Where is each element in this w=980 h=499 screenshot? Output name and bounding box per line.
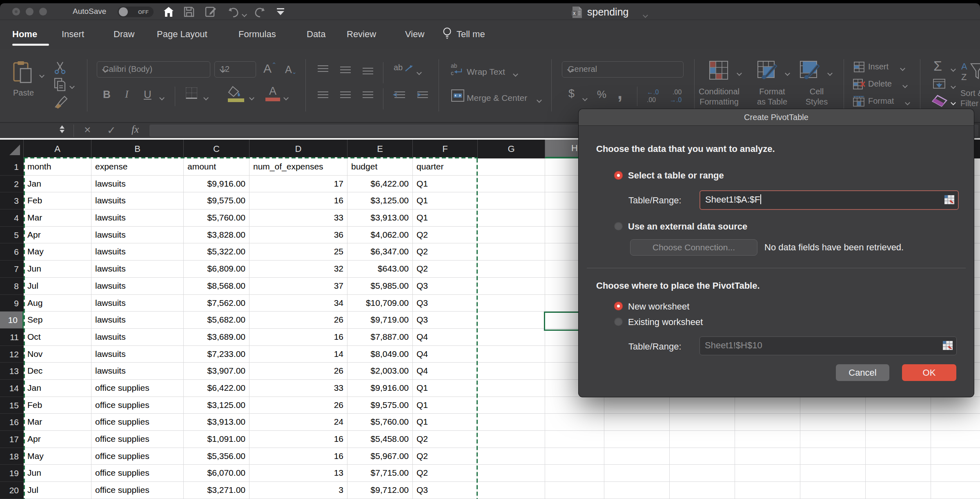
cell[interactable]: lawsuits [91,346,184,363]
cell[interactable]: $5,760.00 [184,209,249,227]
cell[interactable] [800,397,866,414]
insert-cells-icon[interactable] [853,61,865,73]
cell[interactable] [545,482,604,499]
cell[interactable]: Jan [24,380,91,397]
cell[interactable] [735,482,800,499]
cell[interactable] [866,448,931,465]
tab-formulas[interactable]: Formulas [238,29,276,40]
cell[interactable]: $5,967.00 [347,448,413,465]
redo-icon[interactable] [254,7,266,18]
row-header[interactable]: 3 [0,192,24,209]
cell[interactable]: lawsuits [91,312,184,329]
cell[interactable]: Feb [24,192,91,209]
align-right-icon[interactable] [363,91,373,98]
window-zoom-button[interactable] [39,8,47,16]
cell[interactable]: Q1 [413,414,478,431]
cell[interactable]: Apr [24,431,91,448]
radio-select-table-range[interactable] [614,171,623,180]
conditional-formatting-chevron[interactable] [737,69,741,77]
delete-cells-icon[interactable] [853,78,866,90]
cell[interactable] [670,414,735,431]
cell[interactable] [545,414,604,431]
cell-styles-label[interactable]: CellStyles [796,87,837,107]
cell[interactable]: $9,916.00 [184,176,249,193]
cell[interactable] [478,261,545,278]
cell[interactable]: 34 [249,295,347,312]
cell[interactable] [800,465,866,482]
cell[interactable]: $6,422.00 [184,380,249,397]
cell[interactable]: lawsuits [91,192,184,209]
paste-icon[interactable] [12,60,33,84]
cell[interactable]: office supplies [91,431,184,448]
cell[interactable]: Q1 [413,397,478,414]
cell[interactable]: month [24,158,91,176]
cell[interactable]: $6,347.00 [347,243,413,261]
align-bottom-icon[interactable] [363,68,373,74]
cell[interactable]: 24 [249,414,347,431]
orientation-icon[interactable]: ab [394,63,414,72]
align-center-icon[interactable] [340,91,351,98]
autosum-icon[interactable]: Σ [933,58,942,74]
cell[interactable]: lawsuits [91,176,184,193]
cell[interactable] [866,414,931,431]
cell[interactable] [866,482,931,499]
cell[interactable]: 26 [249,397,347,414]
cell[interactable] [478,482,545,499]
cell[interactable] [931,431,980,448]
decrease-decimal-icon[interactable]: ←.0.00 [647,88,659,104]
insert-function-icon[interactable]: fx [131,124,139,135]
cell[interactable] [545,465,604,482]
cell[interactable]: $7,887.00 [347,329,413,346]
italic-icon[interactable]: I [125,88,129,100]
cell[interactable] [931,465,980,482]
cell[interactable]: 25 [249,243,347,261]
cell[interactable]: 14 [249,346,347,363]
table-range-input[interactable]: Sheet1!$A:$F [699,190,959,210]
cell[interactable]: $6,070.00 [184,465,249,482]
sort-filter-icon[interactable]: AZ [960,60,980,84]
merge-center-icon[interactable] [451,89,465,102]
copy-menu-chevron[interactable] [70,82,74,90]
format-as-table-label[interactable]: Formatas Table [750,87,795,107]
cell[interactable]: Q4 [413,329,478,346]
range-picker-icon[interactable] [942,341,953,350]
align-left-icon[interactable] [318,91,328,98]
radio-new-worksheet-label[interactable]: New worksheet [628,301,689,312]
cell[interactable] [735,448,800,465]
cell[interactable] [478,414,545,431]
row-header[interactable]: 7 [0,261,24,278]
radio-existing-worksheet-label[interactable]: Existing worksheet [628,317,703,327]
font-size-combo[interactable]: 12 [214,61,256,78]
cell[interactable]: budget [347,158,413,176]
cell[interactable] [604,431,670,448]
column-header-a[interactable]: A [24,140,91,158]
row-header[interactable]: 19 [0,465,24,482]
cell[interactable]: $3,125.00 [347,192,413,209]
row-header[interactable]: 11 [0,329,24,346]
cell[interactable] [604,482,670,499]
cell[interactable]: $2,003.00 [347,363,413,380]
cell[interactable]: $5,458.00 [347,431,413,448]
cell[interactable]: Nov [24,346,91,363]
cell[interactable] [478,397,545,414]
cell[interactable]: $3,913.00 [184,414,249,431]
merge-center-chevron[interactable] [537,96,541,104]
cell[interactable] [670,448,735,465]
cell[interactable]: $9,575.00 [184,192,249,209]
row-header[interactable]: 15 [0,397,24,414]
row-header[interactable]: 5 [0,227,24,244]
cell[interactable]: office supplies [91,482,184,499]
conditional-formatting-icon[interactable] [709,60,728,80]
cell[interactable]: Q2 [413,243,478,261]
window-close-button[interactable] [12,8,20,16]
cell[interactable]: Q2 [413,227,478,244]
font-name-combo[interactable]: Calibri (Body) [97,61,210,78]
cell[interactable]: 32 [249,261,347,278]
cell[interactable]: $9,575.00 [347,397,413,414]
cell[interactable] [670,431,735,448]
format-as-table-chevron[interactable] [786,69,789,77]
cell[interactable]: $7,233.00 [184,346,249,363]
cell[interactable]: Q2 [413,431,478,448]
row-header-selected[interactable]: 10 [0,312,24,329]
cell[interactable]: $9,712.00 [347,482,413,499]
